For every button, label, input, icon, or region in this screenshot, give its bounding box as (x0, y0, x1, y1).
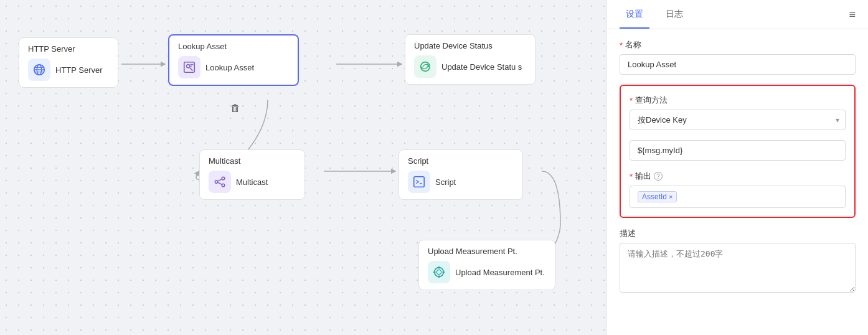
svg-point-6 (186, 64, 190, 68)
output-tag-text: AssetId (642, 192, 667, 201)
upload-measurement-label: Upload Measurement Pt. (455, 268, 545, 277)
query-required-star: * (630, 96, 633, 105)
lookup-asset-icon (178, 56, 200, 78)
tab-logs[interactable]: 日志 (659, 0, 689, 29)
script-node[interactable]: Script Script (399, 149, 523, 200)
desc-group: 描述 (620, 228, 856, 295)
svg-point-19 (436, 270, 441, 274)
svg-line-14 (218, 179, 222, 181)
tab-settings[interactable]: 设置 (620, 0, 649, 29)
upload-measurement-node[interactable]: Upload Measurement Pt. Upload Measuremen… (418, 240, 555, 290)
lookup-asset-label: Lookup Asset (205, 63, 254, 72)
script-title: Script (408, 156, 514, 166)
right-panel: 设置 日志 ≡ * 名称 * 查询方法 按Device Key (606, 0, 868, 335)
update-device-label: Update Device Statu s (441, 62, 522, 72)
lookup-asset-node[interactable]: Lookup Asset Lookup Asset (168, 34, 299, 86)
output-required-star: * (630, 172, 633, 181)
output-help-icon[interactable]: ? (654, 172, 663, 181)
query-input-group (630, 140, 846, 161)
http-server-icon (28, 59, 50, 81)
name-input[interactable] (620, 54, 856, 75)
panel-content: * 名称 * 查询方法 按Device Key ▾ (607, 29, 868, 335)
delete-button[interactable]: 🗑 (230, 103, 240, 114)
lookup-asset-title: Lookup Asset (178, 42, 289, 51)
query-method-select[interactable]: 按Device Key (630, 110, 846, 130)
panel-menu-icon[interactable]: ≡ (849, 8, 856, 21)
desc-label: 描述 (620, 228, 856, 239)
output-tag: AssetId × (638, 191, 677, 202)
multicast-title: Multicast (209, 156, 296, 166)
script-label: Script (435, 177, 456, 187)
name-label-text: 名称 (625, 39, 641, 50)
multicast-node[interactable]: Multicast Multicast (199, 149, 305, 200)
script-icon (408, 171, 430, 193)
canvas: HTTP Server HTTP Server Lookup Asset (0, 0, 606, 335)
svg-line-7 (190, 68, 193, 71)
query-section: * 查询方法 按Device Key ▾ * 输出 ? (620, 85, 856, 218)
output-label-text: 输出 (635, 171, 651, 182)
query-method-label: * 查询方法 (630, 95, 846, 106)
output-group: * 输出 ? AssetId × (630, 171, 846, 208)
update-device-node[interactable]: Update Device Status Update Device Statu… (405, 34, 535, 85)
panel-tabs: 设置 日志 ≡ (607, 0, 868, 29)
multicast-label: Multicast (236, 177, 268, 187)
query-method-label-text: 查询方法 (635, 95, 668, 106)
update-device-icon (414, 55, 436, 78)
name-required-star: * (620, 40, 623, 50)
svg-point-13 (222, 184, 225, 187)
upload-measurement-title: Upload Measurement Pt. (428, 247, 546, 256)
query-input[interactable] (630, 140, 846, 161)
http-server-label: HTTP Server (55, 65, 103, 75)
svg-point-12 (222, 177, 225, 180)
output-tag-close[interactable]: × (669, 193, 672, 201)
query-method-group: * 查询方法 按Device Key ▾ (630, 95, 846, 130)
http-server-node[interactable]: HTTP Server HTTP Server (19, 37, 118, 88)
svg-line-15 (218, 182, 222, 184)
svg-point-11 (215, 181, 218, 184)
http-server-title: HTTP Server (28, 44, 109, 54)
update-device-title: Update Device Status (414, 41, 526, 50)
output-tag-input[interactable]: AssetId × (630, 186, 846, 208)
name-label: * 名称 (620, 39, 856, 50)
upload-measurement-icon (428, 261, 450, 283)
desc-textarea[interactable] (620, 243, 856, 293)
query-select-wrapper: 按Device Key ▾ (630, 110, 846, 130)
name-group: * 名称 (620, 39, 856, 75)
multicast-icon (209, 171, 231, 193)
svg-point-18 (435, 268, 444, 277)
output-label: * 输出 ? (630, 171, 846, 182)
